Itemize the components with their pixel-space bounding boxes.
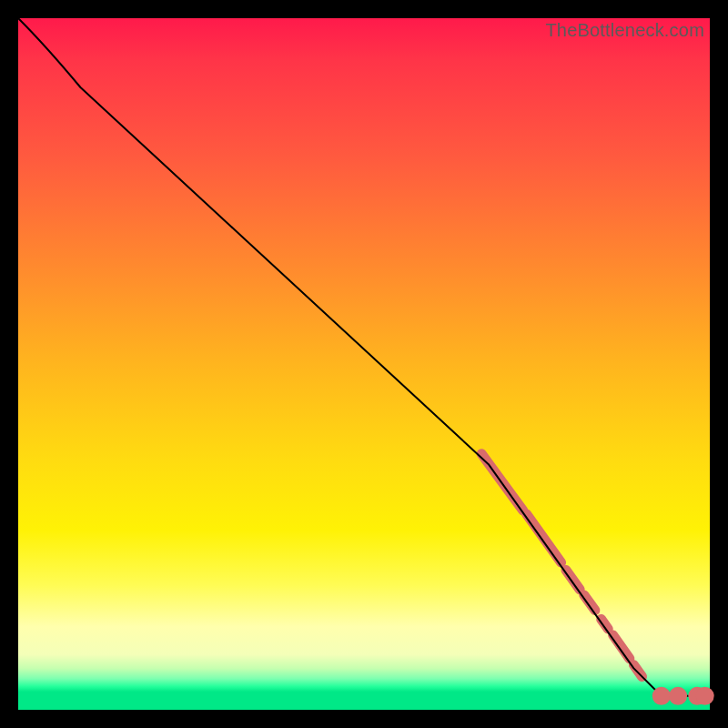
highlight-dot (696, 687, 714, 705)
plot-area: TheBottleneck.com (18, 18, 710, 710)
highlight-dot (652, 687, 671, 705)
main-curve (18, 18, 710, 696)
highlight-dots (652, 687, 714, 705)
highlight-segment (584, 595, 595, 611)
highlight-segment (566, 570, 580, 589)
chart-frame: TheBottleneck.com (0, 0, 728, 728)
highlight-segment (527, 514, 561, 562)
highlight-segment (613, 635, 630, 659)
chart-overlay (18, 18, 710, 710)
highlight-dot (669, 687, 687, 705)
